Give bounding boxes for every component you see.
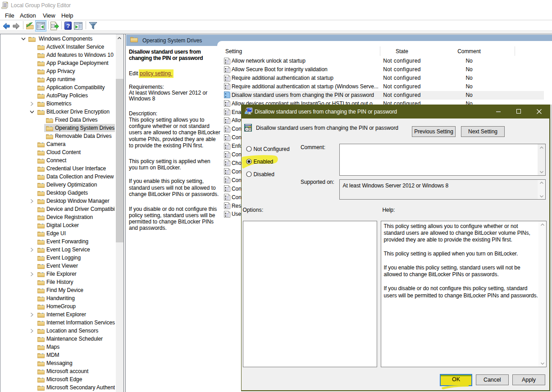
svg-text:?: ? [66, 23, 70, 29]
